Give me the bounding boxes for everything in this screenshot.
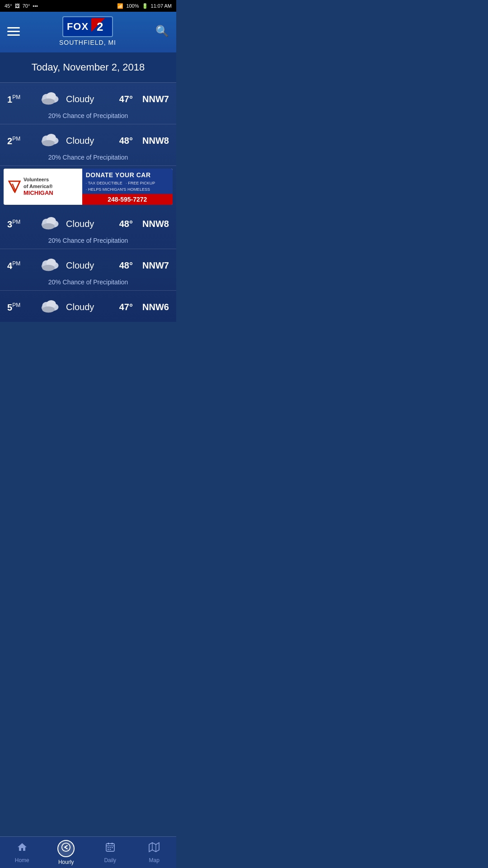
svg-rect-34 <box>109 847 111 848</box>
temp-text: 48° <box>110 136 133 146</box>
header-top: FOX 2 SOUTHFIELD, MI 🔍 <box>7 16 169 46</box>
svg-marker-38 <box>149 843 159 852</box>
status-dots: ••• <box>33 3 38 9</box>
bottom-nav: Home Hourly <box>0 836 176 868</box>
weather-row: 3PM Cloudy 48° NNW8 20% Chance of Precip… <box>0 208 176 249</box>
nav-label-daily: Daily <box>104 857 116 863</box>
ad-left: Volunteersof America® MICHIGAN <box>4 169 82 205</box>
svg-point-9 <box>42 140 55 146</box>
battery-text: 100% <box>126 3 139 9</box>
back-icon-svg <box>61 842 71 852</box>
wind-text: NNW7 <box>137 94 169 104</box>
calendar-svg <box>105 842 116 853</box>
hamburger-line <box>7 34 20 36</box>
condition-text: Cloudy <box>66 260 106 271</box>
condition-text: Cloudy <box>66 136 106 146</box>
donate-bullets: · TAX DEDUCTIBLE · FREE PICKUP· HELPS MI… <box>86 180 169 193</box>
svg-rect-36 <box>108 849 109 850</box>
svg-point-4 <box>42 99 55 105</box>
cloud-icon <box>39 214 61 234</box>
svg-marker-10 <box>9 181 20 192</box>
map-icon <box>149 842 160 855</box>
hourly-icon-wrapper <box>57 840 75 857</box>
status-right: 📶 100% 🔋 11:07 AM <box>117 3 172 9</box>
weather-main-row: 1PM Cloudy 47° NNW7 <box>7 89 169 109</box>
nav-item-home[interactable]: Home <box>0 837 44 868</box>
wifi-icon: 📶 <box>117 3 123 9</box>
menu-button[interactable] <box>7 27 20 36</box>
cloud-svg <box>40 131 61 147</box>
precip-text: 20% Chance of Precipitation <box>7 112 169 119</box>
fox-text: FOX <box>67 21 89 33</box>
cloud-svg <box>40 89 61 105</box>
ad-right: DONATE YOUR CAR · TAX DEDUCTIBLE · FREE … <box>82 169 173 205</box>
wind-text: NNW7 <box>137 260 169 271</box>
home-svg <box>17 842 28 853</box>
svg-rect-35 <box>112 847 113 848</box>
condition-text: Cloudy <box>66 219 106 229</box>
home-icon <box>17 842 28 855</box>
daily-icon <box>105 842 116 855</box>
voa-logo: Volunteersof America® MICHIGAN <box>8 176 53 197</box>
condition-text: Cloudy <box>66 302 106 312</box>
temp-text: 47° <box>110 94 133 104</box>
nav-item-daily[interactable]: Daily <box>88 837 132 868</box>
weather-row: 1PM Cloudy 47° NNW7 20% Chance of Precip… <box>0 83 176 124</box>
cloud-svg <box>40 255 61 272</box>
cloud-icon <box>39 255 61 276</box>
donate-title: DONATE YOUR CAR <box>86 171 169 179</box>
status-temp: 45° <box>5 3 12 9</box>
nav-item-map[interactable]: Map <box>132 837 177 868</box>
weather-main-row: 4PM Cloudy 48° NNW7 <box>7 255 169 276</box>
suffix-text: PM <box>12 260 20 267</box>
hamburger-line <box>7 31 20 32</box>
nav-label-hourly: Hourly <box>58 859 74 865</box>
hour-text: 4 <box>7 260 12 270</box>
battery-icon: 🔋 <box>142 3 148 9</box>
hour-text: 2 <box>7 136 12 146</box>
ad-banner[interactable]: Volunteersof America® MICHIGAN DONATE YO… <box>4 169 173 205</box>
time-display: 11:07 AM <box>151 3 172 9</box>
fox2-logo: FOX 2 <box>62 16 113 37</box>
svg-point-28 <box>62 843 70 851</box>
precip-text: 20% Chance of Precipitation <box>7 278 169 286</box>
voa-name: Volunteersof America® MICHIGAN <box>23 176 53 197</box>
nav-label-home: Home <box>15 857 29 863</box>
hourly-icon <box>61 842 71 855</box>
voa-name-line1: Volunteersof America® <box>23 177 53 189</box>
svg-point-27 <box>42 307 55 313</box>
cloud-icon <box>39 297 61 317</box>
nav-label-map: Map <box>149 857 160 863</box>
suffix-text: PM <box>12 302 20 308</box>
cloud-icon <box>39 89 61 109</box>
status-left: 45° 🖼 70° ••• <box>5 3 38 9</box>
app-header: FOX 2 SOUTHFIELD, MI 🔍 <box>0 12 176 52</box>
weather-main-row: 2PM Cloudy 48° NNW8 <box>7 131 169 151</box>
cloud-svg <box>40 297 61 313</box>
temp-text: 48° <box>110 219 133 229</box>
nav-item-hourly[interactable]: Hourly <box>44 837 89 868</box>
suffix-text: PM <box>12 94 20 100</box>
time-label: 5PM <box>7 302 34 313</box>
time-label: 1PM <box>7 94 34 105</box>
suffix-text: PM <box>12 219 20 225</box>
suffix-text: PM <box>12 136 20 142</box>
svg-point-17 <box>42 223 55 230</box>
hour-text: 3 <box>7 219 12 229</box>
logo-container: FOX 2 SOUTHFIELD, MI <box>59 16 116 46</box>
status-icon: 🖼 <box>15 3 20 9</box>
weather-row: 2PM Cloudy 48° NNW8 20% Chance of Precip… <box>0 124 176 166</box>
phone-number[interactable]: 248-595-7272 <box>82 194 173 205</box>
hamburger-line <box>7 27 20 28</box>
date-header: Today, November 2, 2018 <box>0 52 176 83</box>
hour-text: 1 <box>7 94 12 104</box>
wind-text: NNW8 <box>137 136 169 146</box>
precip-text: 20% Chance of Precipitation <box>7 237 169 244</box>
hour-text: 5 <box>7 302 12 312</box>
status-bar: 45° 🖼 70° ••• 📶 100% 🔋 11:07 AM <box>0 0 176 12</box>
search-button[interactable]: 🔍 <box>155 25 169 38</box>
location-label: SOUTHFIELD, MI <box>59 39 116 46</box>
time-label: 4PM <box>7 260 34 271</box>
svg-rect-33 <box>108 847 109 848</box>
condition-text: Cloudy <box>66 94 106 104</box>
